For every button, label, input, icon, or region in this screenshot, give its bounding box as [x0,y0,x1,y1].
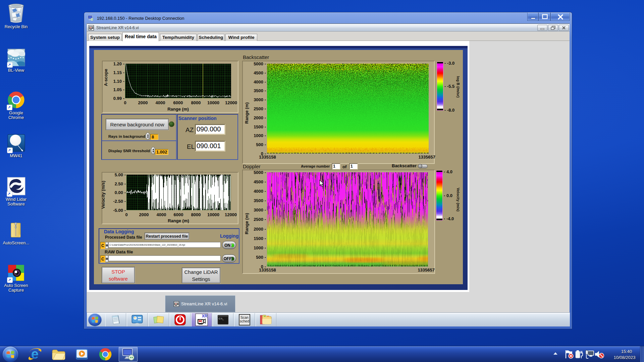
svg-text:sched: sched [240,319,249,323]
svg-text:e: e [31,347,39,362]
svg-text:XR: XR [202,314,208,318]
svg-text:C:\\_: C:\\_ [219,317,224,320]
